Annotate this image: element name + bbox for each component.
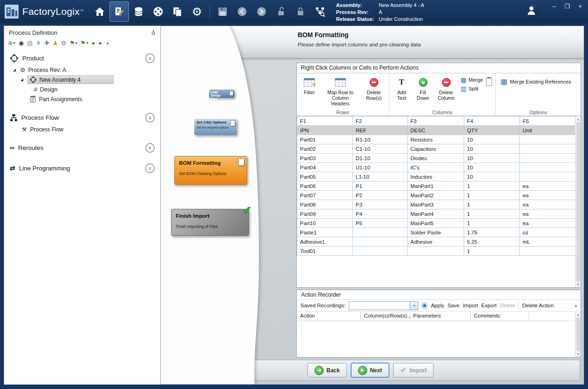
table-cell[interactable]: ManPart5 [408, 219, 464, 228]
merge-button[interactable]: ▦ Merge [460, 77, 483, 83]
table-cell[interactable]: P1 [353, 182, 408, 191]
table-cell[interactable]: Part07 [297, 191, 353, 200]
table-cell[interactable]: ManPart1 [408, 182, 464, 191]
workflow-step-finish-import[interactable]: Finish Import Finish Importing of Files … [171, 209, 249, 236]
workflow-step-cad-options[interactable]: Set CAD Options Set the required options [194, 119, 237, 135]
table-cell[interactable] [520, 154, 576, 163]
tree-section-line-programming[interactable]: ⇄ Line Programming ∨ [4, 161, 160, 175]
import-flag-button[interactable]: ⚑▾ [81, 40, 89, 46]
table-cell[interactable]: Part06 [297, 182, 353, 191]
table-cell[interactable] [353, 228, 408, 237]
tools-icon[interactable]: ✚ [44, 40, 49, 46]
table-cell[interactable]: ea [520, 191, 576, 200]
delete-action-button[interactable]: Delete Action [522, 303, 554, 308]
table-row[interactable]: Part04U1-10IC's10 [297, 163, 576, 172]
web-link-icon[interactable]: ◉ [19, 40, 24, 46]
table-row[interactable]: Part06P1ManPart11ea [297, 182, 576, 191]
table-cell[interactable]: 10 [464, 144, 520, 154]
scroll-up-icon[interactable]: ▴ [577, 313, 579, 317]
table-cell[interactable]: ManPart2 [408, 191, 464, 200]
apply-radio[interactable] [422, 303, 428, 309]
documents-button[interactable] [168, 1, 187, 22]
map-row-button[interactable]: Map Row to Column Headers [320, 75, 361, 108]
table-cell[interactable]: P4 [353, 209, 408, 219]
tree-section-product[interactable]: Product ∧ [4, 51, 160, 65]
table-row[interactable]: Part08P3ManPart31ea [297, 200, 576, 209]
table-cell[interactable]: Part10 [297, 219, 353, 228]
user-logout-button[interactable] [526, 5, 540, 19]
pause-icon[interactable]: ◑ [105, 40, 109, 46]
table-cell[interactable]: Part04 [297, 163, 353, 172]
table-cell[interactable] [520, 135, 576, 144]
table-cell[interactable]: P2 [353, 191, 408, 200]
fill-down-button[interactable]: Fill Down [412, 75, 434, 102]
scroll-thumb[interactable] [576, 318, 580, 351]
process-definition-button[interactable] [109, 1, 129, 22]
collapse-up-icon[interactable]: ∧ [145, 113, 155, 123]
combo-dropdown-icon[interactable]: ▾ [410, 302, 418, 310]
tree-item-process-flow[interactable]: ⚒ Process Flow [4, 124, 160, 134]
table-cell[interactable]: R1-10 [353, 135, 408, 144]
table-cell[interactable]: ea [520, 182, 576, 191]
import-button[interactable]: ✔ Import [393, 363, 434, 377]
table-cell[interactable]: C1-10 [353, 144, 408, 154]
table-cell[interactable]: Part08 [297, 200, 353, 209]
find-structure-button[interactable] [310, 1, 330, 22]
table-cell[interactable]: 10 [464, 172, 520, 182]
table-cell[interactable] [353, 246, 408, 256]
categories-icon[interactable]: ✿ [61, 40, 66, 46]
scroll-down-icon[interactable]: ▾ [577, 352, 579, 356]
export-recording-button[interactable]: Export [481, 303, 497, 308]
table-header-row[interactable]: F1F2F3F4F5 [297, 117, 576, 126]
merge-existing-references-button[interactable]: ▦ Merge Existing References [498, 75, 574, 89]
table-cell[interactable]: 10 [464, 163, 520, 172]
table-row[interactable]: IPNREFDESCQTYUnit [297, 126, 576, 135]
table-cell[interactable]: Resistors [408, 135, 464, 144]
unlock-button[interactable] [271, 1, 291, 22]
table-cell[interactable]: Adhesive [408, 237, 464, 246]
delete-recording-button[interactable]: Delete [500, 303, 515, 308]
table-row[interactable]: Part09P4ManPart41ea [297, 209, 576, 219]
table-row[interactable]: Adhesive1Adhesive5.25mL [297, 237, 576, 246]
delete-column-button[interactable]: Delete Column [434, 75, 459, 102]
table-cell[interactable] [353, 237, 408, 246]
table-cell[interactable]: 1 [464, 182, 520, 191]
minimize-button[interactable]: – [551, 3, 557, 10]
table-row[interactable]: Part03D1-10Diodes10 [297, 154, 576, 163]
table-cell[interactable] [520, 246, 576, 256]
saved-recordings-select[interactable]: ▾ [349, 301, 418, 310]
column-header[interactable]: F3 [408, 117, 464, 126]
table-cell[interactable] [520, 163, 576, 172]
column-header[interactable]: F2 [353, 117, 408, 126]
table-cell[interactable]: P5 [353, 219, 408, 228]
print-icon[interactable]: ▤ [27, 40, 32, 46]
selected-tree-item[interactable]: New Assembly 4 [27, 75, 114, 84]
table-cell[interactable]: Part01 [297, 135, 353, 144]
table-cell[interactable]: 1 [464, 209, 520, 219]
table-cell[interactable]: ea [520, 209, 576, 219]
table-cell[interactable]: Part02 [297, 144, 353, 154]
expand-icon[interactable]: ◢ [12, 68, 17, 72]
table-cell[interactable]: IC's [408, 163, 464, 172]
back-button[interactable]: ◀ Back [307, 363, 347, 377]
table-cell[interactable]: Unit [520, 126, 576, 135]
split-button[interactable]: ▥ Split [460, 85, 483, 92]
table-cell[interactable]: 5.25 [464, 237, 520, 246]
table-cell[interactable]: 1 [464, 246, 520, 256]
expand-down-icon[interactable]: ∨ [145, 163, 155, 173]
expand-icon[interactable]: ◢ [19, 78, 25, 82]
table-cell[interactable]: 1 [464, 191, 520, 200]
table-cell[interactable]: ea [520, 219, 576, 228]
table-cell[interactable]: D1-10 [353, 154, 408, 163]
filter-button[interactable]: Filter [299, 75, 320, 97]
table-cell[interactable]: oz [520, 228, 576, 237]
tree-item-process-rev[interactable]: ◢ ⚙ Process Rev: A [4, 65, 160, 75]
table-row[interactable]: Part02C1-10Capacitors10 [297, 144, 576, 154]
materials-button[interactable] [129, 1, 148, 22]
table-cell[interactable]: Part03 [297, 154, 353, 163]
export-flag-button[interactable]: ⚑▾ [70, 40, 77, 46]
delete-rows-button[interactable]: Delete Row(s) [361, 75, 387, 102]
tree-item-part-assignments[interactable]: Part Assignments [4, 94, 160, 104]
table-cell[interactable]: Part05 [297, 172, 353, 182]
settings-button[interactable]: ⚙ [187, 1, 207, 22]
